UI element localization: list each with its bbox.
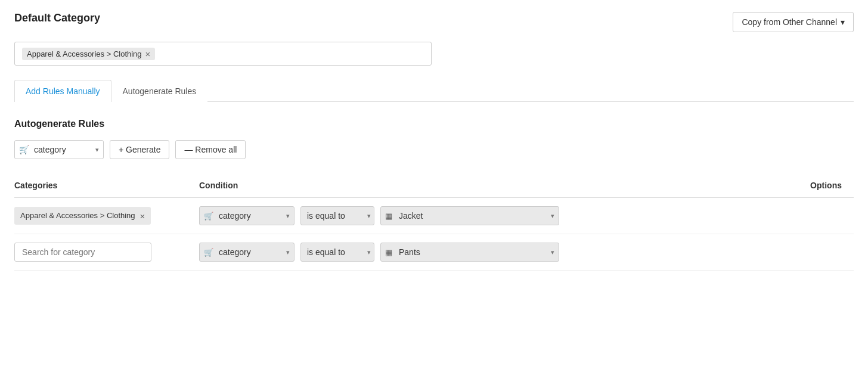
row1-category-cell: Apparel & Accessories > Clothing ×	[14, 207, 199, 225]
row1-equals-dropdown-wrapper: is equal to is not equal to ▾	[300, 206, 374, 225]
table-row: 🛒 category ▾ is equal to is not equal to…	[14, 234, 854, 271]
categories-header: Categories	[14, 178, 199, 193]
generate-button[interactable]: + Generate	[110, 140, 169, 159]
category-type-dropdown[interactable]: category	[14, 140, 104, 159]
row1-condition-dropdown-wrapper: 🛒 category ▾	[199, 206, 294, 225]
row1-condition-dropdown[interactable]: category	[199, 206, 294, 225]
row1-equals-dropdown[interactable]: is equal to is not equal to	[300, 206, 374, 225]
row2-category-cell	[14, 243, 199, 262]
tabs-row: Add Rules Manually Autogenerate Rules	[14, 80, 854, 102]
row2-value-dropdown-wrapper: ▦ Pants Jacket ▾	[380, 243, 559, 262]
remove-all-button-label: — Remove all	[184, 145, 237, 154]
condition-header: Condition	[199, 178, 764, 193]
copy-button-label: Copy from Other Channel	[742, 17, 837, 27]
autogenerate-section-title: Autogenerate Rules	[14, 119, 854, 129]
default-category-tag-label: Apparel & Accessories > Clothing	[27, 49, 142, 58]
default-category-tag-close[interactable]: ×	[145, 49, 151, 58]
row2-equals-dropdown-wrapper: is equal to is not equal to ▾	[300, 243, 374, 262]
options-header: Options	[764, 178, 854, 193]
table-row: Apparel & Accessories > Clothing × 🛒 cat…	[14, 198, 854, 234]
remove-all-button[interactable]: — Remove all	[175, 140, 246, 159]
row2-condition-dropdown-wrapper: 🛒 category ▾	[199, 243, 294, 262]
autogenerate-section: Autogenerate Rules 🛒 category ▾ + Genera…	[14, 119, 854, 271]
row2-equals-dropdown[interactable]: is equal to is not equal to	[300, 243, 374, 262]
row1-category-tag-close[interactable]: ×	[140, 212, 145, 221]
default-category-tag: Apparel & Accessories > Clothing ×	[22, 48, 155, 60]
page-title: Default Category	[14, 12, 100, 24]
tab-autogenerate-rules[interactable]: Autogenerate Rules	[111, 80, 208, 102]
table-header: Categories Condition Options	[14, 173, 854, 198]
row1-category-tag: Apparel & Accessories > Clothing ×	[14, 207, 151, 225]
default-category-input[interactable]: Apparel & Accessories > Clothing ×	[14, 42, 432, 66]
row1-value-dropdown-wrapper: ▦ Jacket Pants ▾	[380, 206, 559, 225]
row2-condition-dropdown[interactable]: category	[199, 243, 294, 262]
category-type-dropdown-wrapper: 🛒 category ▾	[14, 140, 104, 159]
search-category-input[interactable]	[14, 243, 151, 262]
row1-condition-cell: 🛒 category ▾ is equal to is not equal to…	[199, 206, 764, 225]
generate-button-label: + Generate	[119, 145, 160, 154]
tab-add-rules-manually[interactable]: Add Rules Manually	[14, 80, 111, 102]
row2-value-dropdown[interactable]: Pants Jacket	[380, 243, 559, 262]
row1-category-tag-label: Apparel & Accessories > Clothing	[20, 210, 135, 221]
copy-button-chevron-icon: ▾	[841, 17, 845, 27]
row1-value-dropdown[interactable]: Jacket Pants	[380, 206, 559, 225]
copy-from-other-channel-button[interactable]: Copy from Other Channel ▾	[733, 12, 854, 32]
row2-condition-cell: 🛒 category ▾ is equal to is not equal to…	[199, 243, 764, 262]
controls-row: 🛒 category ▾ + Generate — Remove all	[14, 140, 854, 159]
